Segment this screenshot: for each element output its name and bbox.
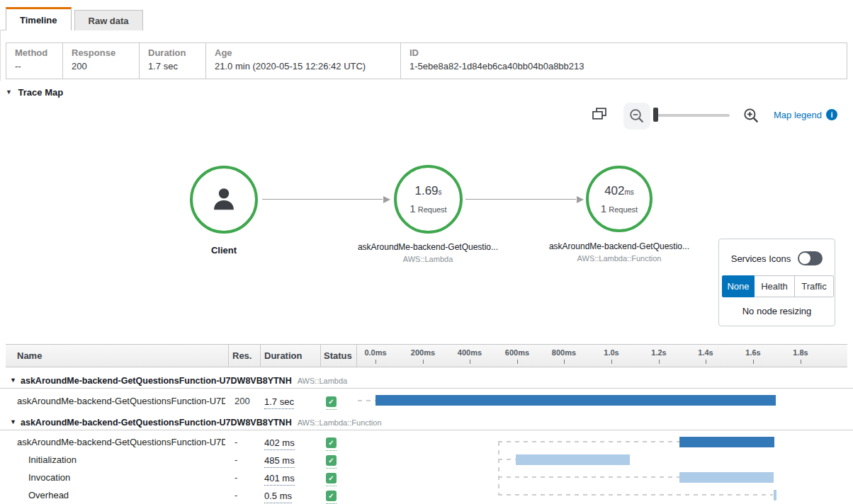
zoom-in-icon	[742, 107, 760, 125]
summary-age-value: 21.0 min (2020-05-15 12:26:42 UTC)	[215, 61, 400, 71]
zoom-slider-handle[interactable]	[653, 108, 658, 122]
dashed-connector	[498, 476, 679, 478]
summary-response: Response 200	[63, 43, 140, 79]
timeline-table-header: Name Res. Duration Status 0.0ms 200ms 40…	[6, 344, 847, 367]
timeline-bar[interactable]	[774, 490, 776, 500]
status-ok-checkbox[interactable]	[326, 491, 337, 504]
time-tick: 1.8s	[779, 348, 822, 357]
status-ok-checkbox[interactable]	[326, 396, 337, 410]
collapse-triangle-icon	[10, 418, 16, 425]
node-lambda[interactable]: 1.69s 1 Request	[394, 165, 463, 234]
segment-response: 200	[235, 390, 250, 412]
subsegment-name: Initialization	[28, 451, 77, 469]
person-icon	[208, 184, 239, 215]
table-row[interactable]: Initialization - 485 ms	[0, 451, 853, 469]
col-name: Name	[17, 350, 42, 361]
time-tick: 0.0ms	[354, 348, 397, 357]
node-sizing-button-group: None Health Traffic	[722, 275, 834, 297]
segment-group-header[interactable]: askAroundMe-backend-GetQuestionsFunction…	[0, 373, 853, 389]
segment-group-header[interactable]: askAroundMe-backend-GetQuestionsFunction…	[0, 415, 853, 430]
tab-raw-data[interactable]: Raw data	[74, 10, 143, 30]
panel-border	[0, 30, 6, 30]
column-separator	[228, 345, 229, 367]
col-res: Res.	[232, 350, 252, 361]
zoom-slider-track[interactable]	[655, 114, 730, 117]
summary-duration-value: 1.7 sec	[148, 61, 205, 71]
segment-name: askAroundMe-backend-GetQuestionsFunction…	[17, 433, 225, 451]
table-row[interactable]: askAroundMe-backend-GetQuestionsFunction…	[0, 433, 853, 451]
zoom-in-button[interactable]	[742, 107, 760, 127]
status-ok-checkbox[interactable]	[326, 455, 337, 469]
summary-method-label: Method	[15, 47, 62, 58]
summary-age-label: Age	[215, 47, 400, 58]
node-duration: 1.69s	[414, 184, 441, 198]
tab-bar: Timeline Raw data	[6, 7, 143, 30]
column-separator	[260, 345, 261, 367]
trace-map-title: Trace Map	[18, 87, 64, 98]
dashed-connector	[498, 442, 499, 495]
subsegment-name: Overhead	[28, 486, 69, 504]
zoom-out-button[interactable]	[623, 103, 650, 130]
edge-arrowhead	[383, 196, 390, 203]
check-icon	[326, 473, 337, 483]
segment-duration[interactable]: 0.5 ms	[264, 491, 292, 503]
timeline-bar[interactable]	[375, 395, 776, 406]
summary-age: Age 21.0 min (2020-05-15 12:26:42 UTC)	[206, 43, 401, 79]
collapse-triangle-icon	[10, 377, 16, 384]
summary-response-label: Response	[72, 47, 139, 58]
segment-response: -	[235, 433, 237, 451]
segment-name: askAroundMe-backend-GetQuestionsFunction…	[17, 390, 225, 412]
segment-duration[interactable]: 485 ms	[264, 455, 295, 468]
timeline-bar[interactable]	[679, 437, 774, 447]
sizing-health-button[interactable]: Health	[755, 275, 795, 297]
services-icons-label: Services Icons	[731, 253, 791, 264]
panel-border-left	[0, 30, 1, 81]
summary-method-value: --	[15, 61, 62, 71]
edge-client-to-lambda	[262, 199, 383, 200]
sizing-none-button[interactable]: None	[722, 275, 755, 297]
node-label-client: Client	[188, 245, 259, 256]
tab-timeline[interactable]: Timeline	[6, 7, 72, 30]
node-lambda-function[interactable]: 402ms 1 Request	[586, 166, 653, 232]
time-tick: 200ms	[402, 348, 444, 357]
node-duration: 402ms	[604, 184, 634, 198]
trace-map-collapse[interactable]: Trace Map	[6, 87, 63, 98]
trace-summary-table: Method -- Response 200 Duration 1.7 sec …	[6, 42, 847, 79]
check-icon	[326, 455, 337, 466]
sizing-traffic-button[interactable]: Traffic	[795, 275, 834, 297]
segment-group-type: AWS::Lambda	[298, 377, 348, 385]
fit-to-window-icon[interactable]	[592, 108, 606, 123]
map-legend-link[interactable]: Map legend	[774, 110, 822, 120]
segment-duration[interactable]: 401 ms	[264, 473, 295, 486]
node-request-count: 1 Request	[601, 202, 638, 214]
node-resizing-note: No node resizing	[719, 306, 835, 316]
info-icon[interactable]	[826, 109, 837, 120]
table-row[interactable]: Invocation - 401 ms	[0, 469, 853, 486]
check-icon	[326, 396, 337, 407]
summary-duration: Duration 1.7 sec	[140, 43, 206, 79]
timeline-bar[interactable]	[516, 454, 630, 465]
time-tick: 1.6s	[732, 348, 774, 357]
summary-response-value: 200	[72, 61, 139, 71]
time-tick: 600ms	[496, 348, 538, 357]
dashed-connector	[358, 400, 375, 401]
summary-id: ID 1-5ebe8a82-1d84eb6ca40bb04b0a8bb213	[401, 43, 847, 79]
services-icons-toggle[interactable]	[798, 251, 823, 265]
edge-arrowhead	[577, 196, 584, 203]
column-separator	[320, 345, 321, 367]
node-client[interactable]	[190, 166, 258, 234]
segment-duration[interactable]: 1.7 sec	[264, 396, 294, 409]
time-tick: 1.4s	[684, 348, 727, 357]
check-icon	[326, 491, 337, 501]
table-row[interactable]: askAroundMe-backend-GetQuestionsFunction…	[0, 390, 853, 412]
segment-duration[interactable]: 402 ms	[264, 437, 295, 450]
check-icon	[326, 437, 337, 448]
dashed-connector	[498, 441, 679, 442]
status-ok-checkbox[interactable]	[326, 437, 337, 451]
summary-id-value: 1-5ebe8a82-1d84eb6ca40bb04b0a8bb213	[409, 61, 847, 71]
col-status: Status	[324, 350, 352, 361]
segment-response: -	[235, 486, 237, 504]
status-ok-checkbox[interactable]	[326, 473, 337, 486]
summary-id-label: ID	[409, 47, 847, 58]
timeline-bar[interactable]	[679, 472, 774, 483]
